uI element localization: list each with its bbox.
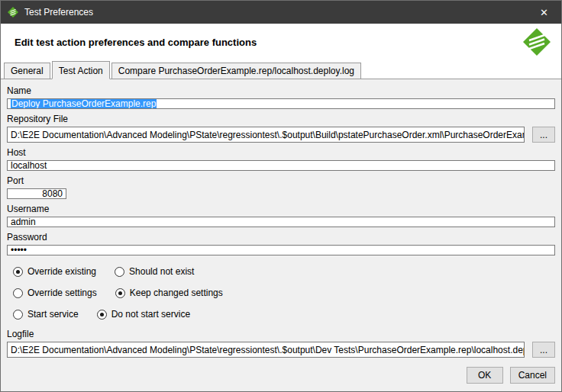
logfile-input[interactable]: D:\E2E Documentation\Advanced Modeling\P…: [7, 342, 525, 358]
radio-override-settings[interactable]: Override settings: [13, 288, 97, 298]
e2e-logo-icon: [522, 27, 552, 57]
service-options-row: Start service Do not start service: [7, 309, 555, 320]
dialog-header: Edit test action preferences and compare…: [1, 24, 561, 60]
tab-test-action[interactable]: Test Action: [52, 61, 110, 79]
repository-file-input[interactable]: D:\E2E Documentation\Advanced Modeling\P…: [7, 127, 525, 143]
radio-circle-icon[interactable]: [115, 267, 124, 277]
radio-label: Should not exist: [129, 266, 194, 277]
cancel-button[interactable]: Cancel: [510, 367, 555, 384]
radio-circle-icon[interactable]: [13, 310, 23, 320]
radio-label: Do not start service: [111, 309, 190, 320]
repository-file-label: Repository File: [7, 114, 555, 124]
username-label: Username: [7, 204, 555, 214]
close-icon[interactable]: ✕: [527, 1, 561, 24]
port-label: Port: [7, 175, 555, 186]
exist-options-row: Override existing Should not exist: [7, 266, 555, 277]
password-label: Password: [7, 232, 555, 243]
settings-options-row: Override settings Keep changed settings: [7, 288, 555, 298]
radio-keep-changed-settings[interactable]: Keep changed settings: [115, 288, 223, 298]
logfile-label: Logfile: [7, 329, 555, 339]
logfile-browse-button[interactable]: ...: [532, 342, 555, 358]
dialog-description: Edit test action preferences and compare…: [15, 37, 257, 48]
ok-button[interactable]: OK: [467, 367, 503, 384]
name-input-value: Deploy PurchaseOrderExample.rep: [11, 98, 157, 109]
name-input[interactable]: Deploy PurchaseOrderExample.rep: [7, 98, 555, 109]
app-icon: [7, 6, 19, 18]
radio-override-existing[interactable]: Override existing: [13, 266, 96, 277]
window-title: Test Preferences: [24, 7, 93, 18]
radio-label: Override existing: [27, 266, 96, 277]
titlebar[interactable]: Test Preferences ✕: [1, 1, 561, 24]
dialog-footer: OK Cancel: [7, 358, 555, 384]
radio-should-not-exist[interactable]: Should not exist: [115, 266, 194, 277]
password-input[interactable]: •••••: [7, 245, 555, 255]
port-input[interactable]: 8080: [7, 188, 66, 199]
host-input[interactable]: localhost: [7, 160, 555, 171]
radio-do-not-start-service[interactable]: Do not start service: [97, 309, 190, 320]
radio-circle-icon[interactable]: [13, 267, 23, 277]
radio-circle-icon[interactable]: [13, 288, 23, 298]
tab-bar: General Test Action Compare PurchaseOrde…: [1, 60, 561, 79]
repository-file-browse-button[interactable]: ...: [532, 127, 555, 143]
radio-label: Keep changed settings: [130, 288, 223, 298]
name-label: Name: [7, 85, 555, 96]
radio-label: Override settings: [27, 288, 97, 298]
radio-circle-icon[interactable]: [115, 288, 125, 298]
tab-compare[interactable]: Compare PurchaseOrderExample.rep/localho…: [111, 63, 361, 79]
host-label: Host: [7, 147, 555, 158]
radio-start-service[interactable]: Start service: [13, 309, 79, 320]
radio-circle-icon[interactable]: [97, 310, 107, 320]
username-input[interactable]: admin: [7, 217, 555, 227]
test-preferences-dialog: Test Preferences ✕ Edit test action pref…: [0, 0, 562, 392]
radio-label: Start service: [27, 309, 79, 320]
tab-content: Name Deploy PurchaseOrderExample.rep Rep…: [1, 79, 561, 391]
tab-general[interactable]: General: [4, 63, 50, 79]
